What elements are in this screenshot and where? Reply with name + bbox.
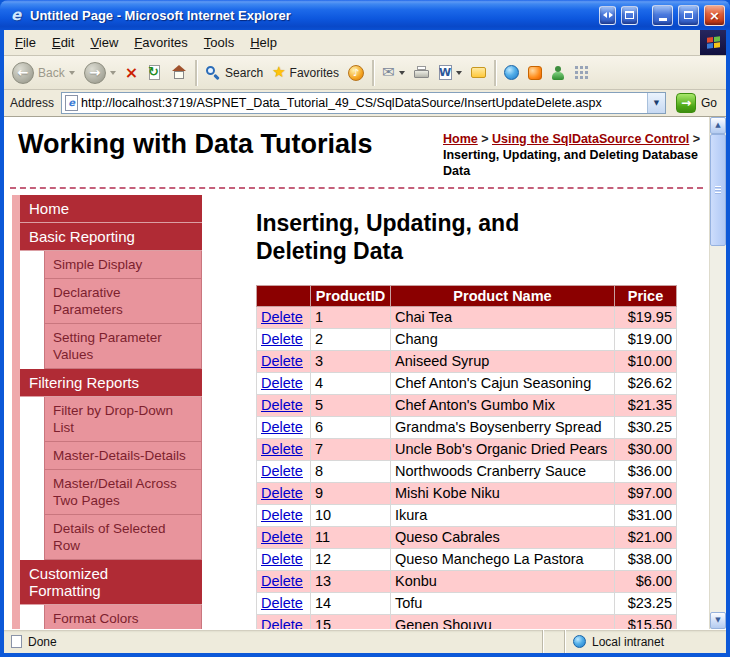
menu-item[interactable]: View xyxy=(82,31,126,54)
refresh-button[interactable]: ↻ xyxy=(143,62,166,83)
stop-button[interactable]: × xyxy=(121,63,142,83)
delete-link[interactable]: Delete xyxy=(261,353,303,369)
go-label: Go xyxy=(701,96,717,110)
menu-item[interactable]: Edit xyxy=(44,31,82,54)
toolbar-separator xyxy=(494,60,496,86)
product-price-cell: $21.35 xyxy=(615,395,677,417)
menu-item[interactable]: Tools xyxy=(196,31,242,54)
scrollbar-thumb[interactable] xyxy=(710,134,726,246)
msn-icon xyxy=(528,66,542,80)
delete-link[interactable]: Delete xyxy=(261,617,303,629)
delete-link[interactable]: Delete xyxy=(261,375,303,391)
delete-link[interactable]: Delete xyxy=(261,463,303,479)
delete-link[interactable]: Delete xyxy=(261,529,303,545)
breadcrumb-home-link[interactable]: Home xyxy=(443,132,478,146)
delete-link[interactable]: Delete xyxy=(261,573,303,589)
sidebar-item[interactable]: Master-Details-Details xyxy=(44,442,202,470)
favorites-label: Favorites xyxy=(290,66,339,80)
product-price-cell: $30.25 xyxy=(615,417,677,439)
forward-button[interactable]: → xyxy=(80,60,120,86)
sidebar-item[interactable]: Simple Display xyxy=(44,251,202,279)
sidebar-item[interactable]: Home xyxy=(20,195,202,223)
edit-dropdown-icon xyxy=(456,71,462,75)
menu-item[interactable]: Favorites xyxy=(126,31,195,54)
product-id-cell: 15 xyxy=(311,615,391,630)
products-table-body: Delete 1 Chai Tea $19.95 Delete 2 xyxy=(257,307,677,630)
product-name-cell: Grandma's Boysenberry Spread xyxy=(391,417,615,439)
scrollbar-track[interactable] xyxy=(710,134,726,612)
mail-button[interactable]: ✉ xyxy=(378,63,409,82)
product-name-cell: Chef Anton's Cajun Seasoning xyxy=(391,373,615,395)
delete-link[interactable]: Delete xyxy=(261,331,303,347)
product-price-cell: $26.62 xyxy=(615,373,677,395)
status-section: Done xyxy=(4,635,542,649)
product-id-cell: 7 xyxy=(311,439,391,461)
sidebar-item[interactable]: Setting Parameter Values xyxy=(44,324,202,369)
favorites-icon: ★ xyxy=(272,65,285,80)
sidebar-item[interactable]: Customized Formatting xyxy=(20,560,202,605)
product-name-cell: Aniseed Syrup xyxy=(391,351,615,373)
delete-link[interactable]: Delete xyxy=(261,595,303,611)
msn-button[interactable] xyxy=(524,64,546,82)
sidebar-item[interactable]: Details of Selected Row xyxy=(44,515,202,560)
delete-link[interactable]: Delete xyxy=(261,397,303,413)
home-button[interactable] xyxy=(167,63,191,82)
titlebar[interactable]: e Untitled Page - Microsoft Internet Exp… xyxy=(0,0,730,30)
discuss-button[interactable] xyxy=(467,65,490,80)
minimize-button[interactable] xyxy=(652,5,673,26)
windows-flag-icon xyxy=(707,36,720,48)
scroll-down-button[interactable]: ▼ xyxy=(710,612,726,629)
titlebar-extra-button-1[interactable] xyxy=(599,6,616,25)
sidebar-item[interactable]: Master/Detail Across Two Pages xyxy=(44,470,202,515)
delete-link[interactable]: Delete xyxy=(261,551,303,567)
menu-item[interactable]: File xyxy=(7,31,44,54)
delete-link[interactable]: Delete xyxy=(261,507,303,523)
sidebar-item[interactable]: Format Colors xyxy=(44,605,202,629)
sidebar-item[interactable]: Filter by Drop-Down List xyxy=(44,397,202,442)
delete-cell: Delete xyxy=(257,395,311,417)
product-price-cell: $31.00 xyxy=(615,505,677,527)
product-price-cell: $38.00 xyxy=(615,549,677,571)
menu-items: FileEditViewFavoritesToolsHelp xyxy=(7,30,700,55)
sidebar-item[interactable]: Basic Reporting xyxy=(20,223,202,251)
product-id-cell: 5 xyxy=(311,395,391,417)
print-button[interactable] xyxy=(410,64,434,81)
delete-cell: Delete xyxy=(257,571,311,593)
favorites-button[interactable]: ★ Favorites xyxy=(268,63,343,82)
menu-bar: FileEditViewFavoritesToolsHelp xyxy=(4,30,726,56)
quick-launch-button[interactable] xyxy=(570,63,593,82)
close-button[interactable]: × xyxy=(704,5,725,26)
vertical-scrollbar[interactable]: ▲ ▼ xyxy=(709,117,726,629)
media-button[interactable]: ♪ xyxy=(344,63,368,83)
back-label: Back xyxy=(38,66,65,80)
sidebar-item[interactable]: Declarative Parameters xyxy=(44,279,202,324)
col-header-product-name: Product Name xyxy=(391,286,615,307)
delete-cell: Delete xyxy=(257,417,311,439)
globe-button[interactable] xyxy=(500,63,523,82)
product-price-cell: $36.00 xyxy=(615,461,677,483)
scroll-up-button[interactable]: ▲ xyxy=(710,117,726,134)
page-heading: Inserting, Updating, and Deleting Data xyxy=(256,209,608,265)
product-name-cell: Genen Shouyu xyxy=(391,615,615,630)
breadcrumb-section-link[interactable]: Using the SqlDataSource Control xyxy=(492,132,689,146)
address-input[interactable] xyxy=(78,96,647,110)
product-name-cell: Chang xyxy=(391,329,615,351)
back-button[interactable]: ← Back xyxy=(8,60,79,86)
edit-button[interactable]: W xyxy=(435,63,466,82)
sidebar-item[interactable]: Filtering Reports xyxy=(20,369,202,397)
titlebar-extra-button-2[interactable] xyxy=(621,6,638,25)
delete-cell: Delete xyxy=(257,593,311,615)
delete-link[interactable]: Delete xyxy=(261,485,303,501)
messenger-button[interactable] xyxy=(547,64,569,82)
breadcrumb-separator: > xyxy=(693,132,700,146)
delete-link[interactable]: Delete xyxy=(261,309,303,325)
maximize-button[interactable] xyxy=(678,5,699,26)
menu-item[interactable]: Help xyxy=(242,31,285,54)
minimize-icon xyxy=(659,18,667,21)
delete-link[interactable]: Delete xyxy=(261,419,303,435)
go-button[interactable]: → Go xyxy=(673,93,720,113)
search-button[interactable]: Search xyxy=(201,63,267,83)
delete-link[interactable]: Delete xyxy=(261,441,303,457)
product-id-cell: 4 xyxy=(311,373,391,395)
address-dropdown-button[interactable]: ▼ xyxy=(647,93,665,113)
